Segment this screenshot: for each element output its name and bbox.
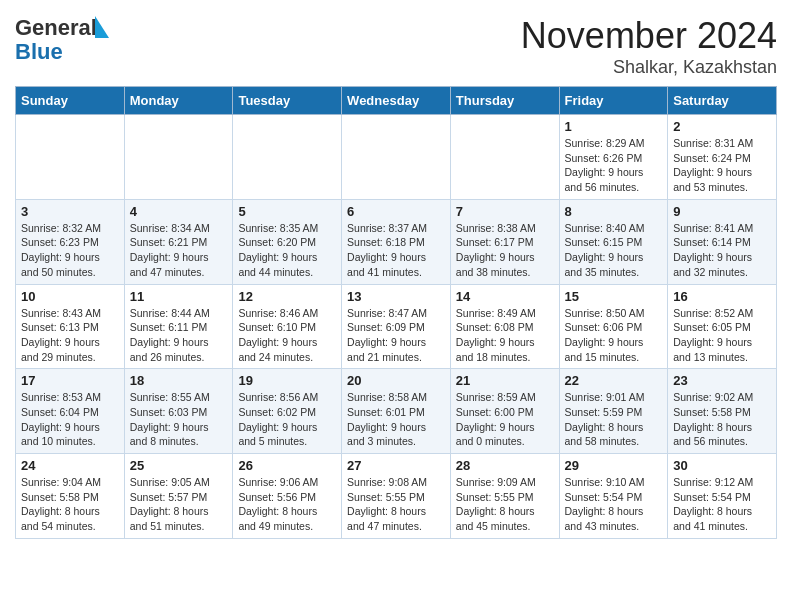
weekday-header-friday: Friday bbox=[559, 87, 668, 115]
day-detail: Sunrise: 8:37 AM Sunset: 6:18 PM Dayligh… bbox=[347, 221, 445, 280]
day-number: 21 bbox=[456, 373, 554, 388]
calendar-cell: 6Sunrise: 8:37 AM Sunset: 6:18 PM Daylig… bbox=[342, 199, 451, 284]
day-number: 25 bbox=[130, 458, 228, 473]
calendar-cell: 5Sunrise: 8:35 AM Sunset: 6:20 PM Daylig… bbox=[233, 199, 342, 284]
month-year-title: November 2024 bbox=[521, 15, 777, 57]
day-number: 30 bbox=[673, 458, 771, 473]
weekday-header-monday: Monday bbox=[124, 87, 233, 115]
calendar-table: SundayMondayTuesdayWednesdayThursdayFrid… bbox=[15, 86, 777, 539]
day-number: 26 bbox=[238, 458, 336, 473]
day-number: 6 bbox=[347, 204, 445, 219]
day-detail: Sunrise: 8:43 AM Sunset: 6:13 PM Dayligh… bbox=[21, 306, 119, 365]
calendar-cell: 3Sunrise: 8:32 AM Sunset: 6:23 PM Daylig… bbox=[16, 199, 125, 284]
day-detail: Sunrise: 9:05 AM Sunset: 5:57 PM Dayligh… bbox=[130, 475, 228, 534]
day-number: 1 bbox=[565, 119, 663, 134]
calendar-cell: 8Sunrise: 8:40 AM Sunset: 6:15 PM Daylig… bbox=[559, 199, 668, 284]
calendar-cell: 4Sunrise: 8:34 AM Sunset: 6:21 PM Daylig… bbox=[124, 199, 233, 284]
calendar-week-1: 1Sunrise: 8:29 AM Sunset: 6:26 PM Daylig… bbox=[16, 115, 777, 200]
day-number: 10 bbox=[21, 289, 119, 304]
calendar-cell: 28Sunrise: 9:09 AM Sunset: 5:55 PM Dayli… bbox=[450, 454, 559, 539]
day-number: 15 bbox=[565, 289, 663, 304]
day-detail: Sunrise: 9:08 AM Sunset: 5:55 PM Dayligh… bbox=[347, 475, 445, 534]
weekday-header-sunday: Sunday bbox=[16, 87, 125, 115]
weekday-header-wednesday: Wednesday bbox=[342, 87, 451, 115]
day-number: 27 bbox=[347, 458, 445, 473]
calendar-cell: 13Sunrise: 8:47 AM Sunset: 6:09 PM Dayli… bbox=[342, 284, 451, 369]
calendar-cell: 20Sunrise: 8:58 AM Sunset: 6:01 PM Dayli… bbox=[342, 369, 451, 454]
day-detail: Sunrise: 8:49 AM Sunset: 6:08 PM Dayligh… bbox=[456, 306, 554, 365]
logo-text-blue: Blue bbox=[15, 41, 63, 63]
calendar-cell: 11Sunrise: 8:44 AM Sunset: 6:11 PM Dayli… bbox=[124, 284, 233, 369]
calendar-cell: 12Sunrise: 8:46 AM Sunset: 6:10 PM Dayli… bbox=[233, 284, 342, 369]
day-detail: Sunrise: 9:06 AM Sunset: 5:56 PM Dayligh… bbox=[238, 475, 336, 534]
calendar-cell bbox=[16, 115, 125, 200]
calendar-cell: 29Sunrise: 9:10 AM Sunset: 5:54 PM Dayli… bbox=[559, 454, 668, 539]
day-number: 11 bbox=[130, 289, 228, 304]
day-detail: Sunrise: 8:50 AM Sunset: 6:06 PM Dayligh… bbox=[565, 306, 663, 365]
calendar-cell bbox=[124, 115, 233, 200]
day-detail: Sunrise: 8:31 AM Sunset: 6:24 PM Dayligh… bbox=[673, 136, 771, 195]
calendar-cell: 19Sunrise: 8:56 AM Sunset: 6:02 PM Dayli… bbox=[233, 369, 342, 454]
calendar-week-3: 10Sunrise: 8:43 AM Sunset: 6:13 PM Dayli… bbox=[16, 284, 777, 369]
calendar-cell: 10Sunrise: 8:43 AM Sunset: 6:13 PM Dayli… bbox=[16, 284, 125, 369]
day-number: 24 bbox=[21, 458, 119, 473]
day-number: 28 bbox=[456, 458, 554, 473]
day-detail: Sunrise: 8:46 AM Sunset: 6:10 PM Dayligh… bbox=[238, 306, 336, 365]
day-detail: Sunrise: 8:32 AM Sunset: 6:23 PM Dayligh… bbox=[21, 221, 119, 280]
day-detail: Sunrise: 8:38 AM Sunset: 6:17 PM Dayligh… bbox=[456, 221, 554, 280]
day-number: 2 bbox=[673, 119, 771, 134]
day-detail: Sunrise: 9:04 AM Sunset: 5:58 PM Dayligh… bbox=[21, 475, 119, 534]
calendar-cell: 27Sunrise: 9:08 AM Sunset: 5:55 PM Dayli… bbox=[342, 454, 451, 539]
calendar-cell: 26Sunrise: 9:06 AM Sunset: 5:56 PM Dayli… bbox=[233, 454, 342, 539]
calendar-cell: 22Sunrise: 9:01 AM Sunset: 5:59 PM Dayli… bbox=[559, 369, 668, 454]
calendar-cell: 24Sunrise: 9:04 AM Sunset: 5:58 PM Dayli… bbox=[16, 454, 125, 539]
day-detail: Sunrise: 9:10 AM Sunset: 5:54 PM Dayligh… bbox=[565, 475, 663, 534]
page-header: General Blue November 2024 Shalkar, Kaza… bbox=[15, 15, 777, 78]
day-detail: Sunrise: 8:35 AM Sunset: 6:20 PM Dayligh… bbox=[238, 221, 336, 280]
day-detail: Sunrise: 8:47 AM Sunset: 6:09 PM Dayligh… bbox=[347, 306, 445, 365]
calendar-cell: 17Sunrise: 8:53 AM Sunset: 6:04 PM Dayli… bbox=[16, 369, 125, 454]
logo-text-general: General bbox=[15, 15, 109, 41]
weekday-header-tuesday: Tuesday bbox=[233, 87, 342, 115]
day-detail: Sunrise: 8:59 AM Sunset: 6:00 PM Dayligh… bbox=[456, 390, 554, 449]
day-number: 5 bbox=[238, 204, 336, 219]
day-number: 7 bbox=[456, 204, 554, 219]
day-detail: Sunrise: 8:29 AM Sunset: 6:26 PM Dayligh… bbox=[565, 136, 663, 195]
day-number: 13 bbox=[347, 289, 445, 304]
calendar-cell: 9Sunrise: 8:41 AM Sunset: 6:14 PM Daylig… bbox=[668, 199, 777, 284]
day-detail: Sunrise: 8:56 AM Sunset: 6:02 PM Dayligh… bbox=[238, 390, 336, 449]
day-number: 20 bbox=[347, 373, 445, 388]
day-detail: Sunrise: 8:55 AM Sunset: 6:03 PM Dayligh… bbox=[130, 390, 228, 449]
day-detail: Sunrise: 8:40 AM Sunset: 6:15 PM Dayligh… bbox=[565, 221, 663, 280]
day-number: 8 bbox=[565, 204, 663, 219]
calendar-cell: 30Sunrise: 9:12 AM Sunset: 5:54 PM Dayli… bbox=[668, 454, 777, 539]
calendar-cell: 21Sunrise: 8:59 AM Sunset: 6:00 PM Dayli… bbox=[450, 369, 559, 454]
day-detail: Sunrise: 9:09 AM Sunset: 5:55 PM Dayligh… bbox=[456, 475, 554, 534]
calendar-week-4: 17Sunrise: 8:53 AM Sunset: 6:04 PM Dayli… bbox=[16, 369, 777, 454]
day-number: 17 bbox=[21, 373, 119, 388]
day-detail: Sunrise: 8:53 AM Sunset: 6:04 PM Dayligh… bbox=[21, 390, 119, 449]
calendar-cell: 2Sunrise: 8:31 AM Sunset: 6:24 PM Daylig… bbox=[668, 115, 777, 200]
calendar-cell: 1Sunrise: 8:29 AM Sunset: 6:26 PM Daylig… bbox=[559, 115, 668, 200]
day-number: 23 bbox=[673, 373, 771, 388]
logo-general-part: General bbox=[15, 15, 97, 40]
calendar-week-2: 3Sunrise: 8:32 AM Sunset: 6:23 PM Daylig… bbox=[16, 199, 777, 284]
day-number: 16 bbox=[673, 289, 771, 304]
day-detail: Sunrise: 9:12 AM Sunset: 5:54 PM Dayligh… bbox=[673, 475, 771, 534]
day-number: 9 bbox=[673, 204, 771, 219]
calendar-cell: 7Sunrise: 8:38 AM Sunset: 6:17 PM Daylig… bbox=[450, 199, 559, 284]
day-number: 22 bbox=[565, 373, 663, 388]
calendar-cell bbox=[342, 115, 451, 200]
day-detail: Sunrise: 9:02 AM Sunset: 5:58 PM Dayligh… bbox=[673, 390, 771, 449]
day-detail: Sunrise: 8:41 AM Sunset: 6:14 PM Dayligh… bbox=[673, 221, 771, 280]
weekday-header-thursday: Thursday bbox=[450, 87, 559, 115]
calendar-cell: 15Sunrise: 8:50 AM Sunset: 6:06 PM Dayli… bbox=[559, 284, 668, 369]
day-number: 19 bbox=[238, 373, 336, 388]
location-subtitle: Shalkar, Kazakhstan bbox=[521, 57, 777, 78]
day-number: 29 bbox=[565, 458, 663, 473]
day-detail: Sunrise: 8:34 AM Sunset: 6:21 PM Dayligh… bbox=[130, 221, 228, 280]
calendar-cell bbox=[450, 115, 559, 200]
weekday-header-saturday: Saturday bbox=[668, 87, 777, 115]
calendar-week-5: 24Sunrise: 9:04 AM Sunset: 5:58 PM Dayli… bbox=[16, 454, 777, 539]
day-number: 18 bbox=[130, 373, 228, 388]
